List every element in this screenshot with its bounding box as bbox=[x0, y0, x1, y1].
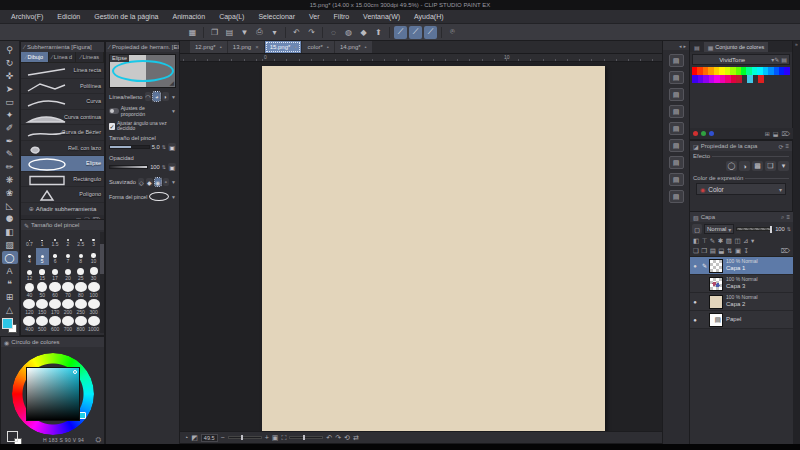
expand-dock-icon[interactable]: » bbox=[795, 41, 798, 47]
document-tab-15png[interactable]: 15.png*• bbox=[265, 41, 302, 53]
stepper-icon[interactable]: ⇅ bbox=[162, 164, 166, 170]
subtool-tab-lneas[interactable]: ⁄Líneas bbox=[76, 52, 104, 62]
snap-special-ruler-icon[interactable]: ⟋ bbox=[409, 26, 422, 39]
tool-property-header[interactable]: ⁄ Propiedad de herram. [Elipse] bbox=[106, 42, 179, 52]
combine-mode-icon[interactable]: ▢ bbox=[692, 224, 702, 234]
delete-layer-icon[interactable]: ⌦ bbox=[781, 247, 790, 255]
line-and-fill-icon[interactable]: ◕ bbox=[153, 92, 160, 101]
brush-size-800[interactable]: 800 bbox=[74, 316, 87, 333]
subtool-tab-lnead[interactable]: ⁄Línea d bbox=[49, 52, 77, 62]
brush-size-40[interactable]: 40 bbox=[23, 282, 36, 299]
reference-layer-icon[interactable]: ⊤ bbox=[702, 237, 708, 245]
export-icon[interactable]: ⎙ bbox=[253, 26, 266, 39]
dock-folder-icon[interactable]: ▤ bbox=[669, 54, 684, 67]
brush-size-scrollbar[interactable] bbox=[100, 232, 104, 333]
color-dot[interactable] bbox=[701, 131, 706, 136]
save-icon[interactable]: ▼ bbox=[238, 26, 251, 39]
subtool-panel-header[interactable]: ⁄ Subherramienta [Figura] bbox=[21, 42, 104, 52]
brush-size-600[interactable]: 600 bbox=[49, 316, 62, 333]
brush-size-8[interactable]: 8 bbox=[74, 248, 87, 265]
layer-row-papel[interactable]: ●▤Papel bbox=[690, 311, 793, 329]
brush-size-1.5[interactable]: 1.5 bbox=[49, 231, 62, 248]
canvas-settings-icon[interactable]: ▦ bbox=[186, 26, 199, 39]
color-swatch[interactable] bbox=[758, 75, 764, 83]
rotate-cw-icon[interactable]: ↷ bbox=[335, 434, 341, 442]
brush-size-3[interactable]: 3 bbox=[87, 231, 100, 248]
pen-tool-icon[interactable]: ✒ bbox=[2, 134, 18, 147]
subtool-item-curva[interactable]: Curva bbox=[21, 94, 104, 110]
add-color-icon[interactable]: ⊞ bbox=[765, 130, 770, 137]
selection-border-icon[interactable]: ⬆ bbox=[372, 26, 385, 39]
selection-tool-icon[interactable]: ▭ bbox=[2, 95, 18, 108]
dock-folder-icon[interactable]: ▤ bbox=[669, 173, 684, 186]
menu-item-seleccionar[interactable]: Seleccionar bbox=[251, 10, 302, 24]
layers-panel-header[interactable]: ▧ Capa ⌕ ≡ bbox=[690, 212, 793, 222]
subtool-item-elipse[interactable]: Elipse bbox=[21, 156, 104, 172]
export-chevron-icon[interactable]: ▾ bbox=[268, 26, 281, 39]
menu-item-archivof[interactable]: Archivo(F) bbox=[4, 10, 50, 24]
chevron-down-icon[interactable]: ▼ bbox=[171, 94, 176, 100]
dock-folder-icon[interactable]: ▤ bbox=[669, 122, 684, 135]
layer-thumbnail[interactable] bbox=[709, 277, 723, 291]
brush-size-4[interactable]: 4 bbox=[23, 248, 36, 265]
combine-layer-icon[interactable]: ⇅ bbox=[727, 247, 732, 255]
menu-item-ver[interactable]: Ver bbox=[302, 10, 327, 24]
menu-item-edicin[interactable]: Edición bbox=[50, 10, 87, 24]
smoothing-none-icon[interactable]: ◇ bbox=[138, 178, 144, 186]
brush-size-200[interactable]: 200 bbox=[61, 299, 74, 316]
document-tab-13png[interactable]: 13.png× bbox=[228, 41, 264, 53]
layer-opacity-slider[interactable] bbox=[736, 227, 773, 231]
color-swatch[interactable] bbox=[784, 67, 789, 75]
subtool-item-rect-ngulo[interactable]: Rectángulo bbox=[21, 172, 104, 188]
menu-icon[interactable]: ≡ bbox=[786, 214, 790, 220]
redo-icon[interactable]: ↷ bbox=[305, 26, 318, 39]
tab-close-icon[interactable]: • bbox=[294, 44, 296, 50]
brush-size-100[interactable]: 100 bbox=[87, 282, 100, 299]
document-tab-color[interactable]: color*• bbox=[302, 41, 333, 53]
layer-thumbnail[interactable]: ▤ bbox=[709, 313, 723, 327]
move-tool-icon[interactable]: ✜ bbox=[2, 69, 18, 82]
new-folder-icon[interactable]: ▤ bbox=[710, 247, 716, 255]
rotate-ccw-icon[interactable]: ↶ bbox=[326, 434, 332, 442]
menu-item-ayudah[interactable]: Ayuda(H) bbox=[407, 10, 450, 24]
operation-tool-icon[interactable]: ➤ bbox=[2, 82, 18, 95]
eraser-tool-icon[interactable]: ◺ bbox=[2, 199, 18, 212]
rotate-track[interactable] bbox=[289, 436, 323, 439]
text-tool-icon[interactable]: A bbox=[2, 264, 18, 277]
transfer-layer-icon[interactable]: ⬓ bbox=[718, 247, 724, 255]
brush-size-20[interactable]: 20 bbox=[61, 265, 74, 282]
layer-row-capa-1[interactable]: ●✎100 % NormalCapa 1 bbox=[690, 257, 793, 275]
figure-tool-icon[interactable]: ◯ bbox=[2, 251, 18, 264]
color-set-dropdown[interactable]: VividTone ▾ ✎▤ bbox=[692, 54, 790, 65]
new-vector-layer-icon[interactable]: ❐ bbox=[701, 247, 707, 255]
eyedropper-tool-icon[interactable]: ✐ bbox=[2, 121, 18, 134]
undo-icon[interactable]: ↶ bbox=[290, 26, 303, 39]
visibility-eye-icon[interactable]: ● bbox=[690, 263, 700, 269]
brush-size-6[interactable]: 6 bbox=[49, 248, 62, 265]
pen-settings-icon[interactable]: ▾ bbox=[751, 237, 754, 245]
flip-horizontal-icon[interactable]: ⇄ bbox=[353, 434, 359, 442]
brush-size-700[interactable]: 700 bbox=[61, 316, 74, 333]
new-raster-layer-icon[interactable]: ❏ bbox=[693, 247, 699, 255]
fit-screen-icon[interactable]: ⛶ bbox=[281, 434, 286, 442]
delete-color-icon[interactable]: ⌦ bbox=[782, 130, 790, 137]
menu-item-ventanaw[interactable]: Ventana(W) bbox=[356, 10, 407, 24]
layer-property-header[interactable]: ◪ Propiedad de la capa ⟳ ≡ bbox=[690, 141, 792, 151]
layer-row-capa-3[interactable]: 100 % NormalCapa 3 bbox=[690, 275, 793, 293]
snap-ruler-icon[interactable]: ⟋ bbox=[394, 26, 407, 39]
tab-intermediate-color[interactable]: ▤ bbox=[690, 42, 704, 52]
lock-layer-icon[interactable]: ✱ bbox=[718, 237, 723, 245]
add-subtool-button[interactable]: ⊕ Añadir subherramienta bbox=[21, 203, 104, 215]
saturation-value-square[interactable] bbox=[26, 367, 80, 421]
blend-tool-icon[interactable]: ⚈ bbox=[2, 212, 18, 225]
document-tab-14png[interactable]: 14.png*• bbox=[335, 41, 372, 53]
reset-rotation-icon[interactable]: ⟲ bbox=[344, 434, 350, 442]
lasso-icon[interactable]: ⌾ bbox=[446, 26, 459, 39]
enable-mask-icon[interactable]: ◫ bbox=[734, 237, 740, 245]
color-wheel-header[interactable]: ◉ Círculo de colores bbox=[1, 337, 104, 347]
color-dot[interactable] bbox=[693, 131, 698, 136]
brush-size-5[interactable]: 5 bbox=[36, 248, 49, 265]
brush-size-120[interactable]: 120 bbox=[23, 299, 36, 316]
tab-close-icon[interactable]: • bbox=[220, 44, 222, 50]
brush-size-70[interactable]: 70 bbox=[61, 282, 74, 299]
